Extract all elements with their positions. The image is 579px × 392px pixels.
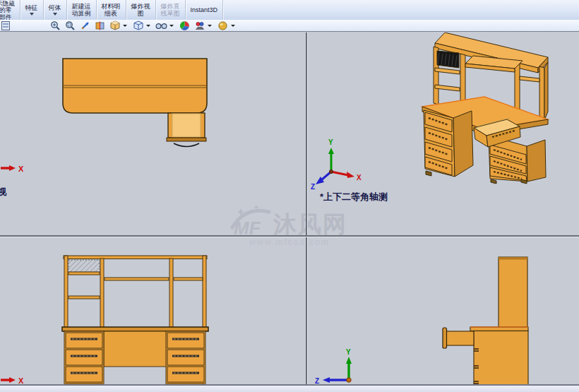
edit-appearance-icon[interactable] [179, 20, 191, 31]
apply-scene-icon[interactable] [193, 20, 205, 31]
dropdown-arrow-icon[interactable] [146, 25, 150, 27]
axis-label-x: X [357, 174, 362, 182]
view-orientation-icon[interactable] [109, 20, 121, 31]
mf-logo-icon: MF [229, 203, 273, 236]
section-view-icon[interactable] [94, 20, 106, 31]
feature-panel-tab-icon[interactable] [1, 21, 10, 30]
toolbar-explode-line-sketch: 爆炸直 线草图 [156, 0, 186, 20]
toolbar-reference-geometry[interactable]: 何体 [44, 0, 67, 20]
desk-right [443, 257, 528, 392]
zoom-to-area-icon[interactable] [64, 20, 76, 31]
toolbar-show-hidden-components[interactable]: 示隐藏 的零 部件 [0, 0, 20, 20]
dropdown-arrow-icon[interactable] [169, 25, 174, 27]
axis-label-y: Y [328, 138, 333, 146]
toolbar-exploded-view[interactable]: 爆炸视 图 [126, 0, 156, 20]
viewport-right-view[interactable]: Y Z *右视 [307, 237, 579, 392]
viewport-splitter-vertical[interactable] [306, 32, 307, 384]
view-label: 视 [0, 186, 7, 197]
command-toolbar: 示隐藏 的零 部件 特征 何体 新建运 动算例 材料明 细表 爆炸视 图 爆炸直… [0, 0, 579, 20]
drawer-handle-arc [174, 143, 199, 147]
previous-view-icon[interactable] [79, 20, 91, 31]
watermark-logo-text: MF [234, 218, 261, 236]
axis-label-z: Z [311, 183, 315, 191]
display-style-icon[interactable] [132, 20, 144, 31]
triad: Y X Z [311, 138, 362, 191]
hide-show-items-icon[interactable] [155, 20, 167, 31]
triad: Y Z [315, 348, 352, 385]
dropdown-arrow-icon [53, 13, 57, 16]
toolbar-instant3d[interactable]: Instant3D [186, 0, 224, 20]
dropdown-arrow-icon[interactable] [123, 25, 127, 27]
view-settings-icon[interactable] [217, 20, 229, 31]
view-toolbar [0, 20, 579, 32]
desk-isometric [422, 32, 548, 184]
dropdown-arrow-icon[interactable] [208, 25, 212, 27]
viewport-isometric-view[interactable]: Y X Z *上下二等角轴测 [307, 32, 579, 203]
viewport-splitter-horizontal[interactable] [0, 235, 579, 237]
toolbar-bill-of-materials[interactable]: 材料明 细表 [97, 0, 126, 20]
toolbar-new-motion-study[interactable]: 新建运 动算例 [67, 0, 97, 20]
toolbar-features[interactable]: 特征 [20, 0, 44, 20]
desk-front [62, 256, 208, 392]
axis-label-x: X [18, 165, 24, 173]
viewport-top-view[interactable]: X 视 [0, 32, 306, 203]
dropdown-arrow-icon [30, 13, 34, 16]
status-bar [0, 384, 579, 392]
view-label: *上下二等角轴测 [320, 191, 388, 202]
dropdown-arrow-icon[interactable] [231, 25, 235, 27]
viewport-front-view[interactable]: X 视 [0, 237, 306, 392]
axis-label-y: Y [346, 348, 351, 356]
graphics-area: MF 沐风网 www.mfcad.com X 视 [0, 32, 579, 384]
watermark-brand: 沐风网 [273, 213, 347, 236]
zoom-to-fit-icon[interactable] [49, 20, 61, 31]
